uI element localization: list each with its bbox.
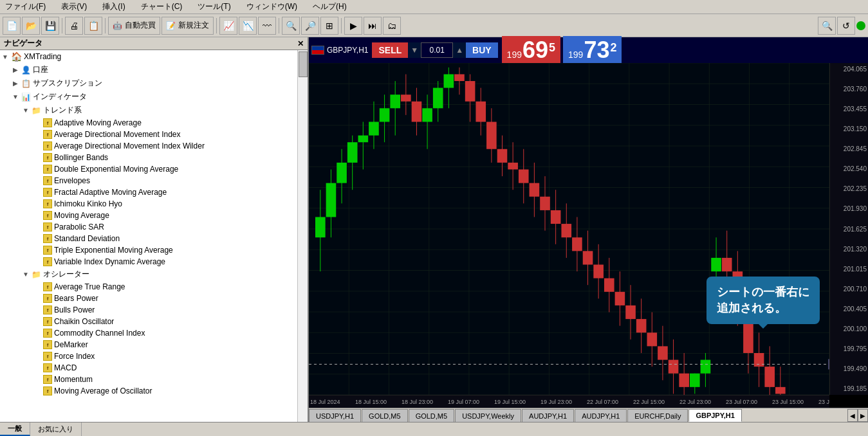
nav-scrollbar-thumb[interactable] [299, 51, 308, 77]
nav-root-xmtrading[interactable]: ▼ 🏠 XMTrading [0, 50, 308, 63]
menu-window[interactable]: ウィンドウ(W) [244, 0, 300, 14]
navigator-header: ナビゲータ ✕ [0, 37, 308, 50]
navigator-content[interactable]: ▼ 🏠 XMTrading ▶ 👤 口座 ▶ 📋 サブスクリプション ▼ 📊 イ… [0, 50, 308, 422]
spacer-admi [33, 131, 41, 138]
vida-label: Variable Index Dynamic Average [54, 257, 165, 266]
tab-gold-m5-2[interactable]: GOLD,M5 [409, 409, 455, 422]
menu-help[interactable]: ヘルプ(H) [310, 0, 349, 14]
chart-btn2[interactable]: 📉 [239, 17, 257, 35]
nav-item-bb[interactable]: f Bollinger Bands [0, 152, 308, 163]
cci-indicator-icon: f [43, 329, 52, 338]
menu-view[interactable]: 表示(V) [59, 0, 89, 14]
price-label-0: 204.065 [831, 66, 867, 73]
nav-item-ama[interactable]: f Adaptive Moving Average [0, 117, 308, 129]
sell-button[interactable]: SELL [372, 42, 408, 58]
nav-item-atr[interactable]: f Average True Range [0, 281, 308, 293]
nav-item-cci[interactable]: f Commodity Channel Index [0, 327, 308, 339]
tema-label: Triple Exponential Moving Average [54, 246, 173, 255]
menu-insert[interactable]: 挿入(I) [100, 0, 127, 14]
price-label-8: 201.625 [831, 226, 867, 233]
nav-item-macd[interactable]: f MACD [0, 362, 308, 374]
sell-price-main: 69 [522, 39, 548, 62]
menu-file[interactable]: ファイル(F) [3, 0, 48, 14]
frama-label: Fractal Adaptive Moving Average [54, 188, 167, 197]
menu-chart[interactable]: チャート(C) [138, 0, 185, 14]
grid-btn[interactable]: ⊞ [320, 17, 338, 35]
refresh-btn[interactable]: ↺ [837, 17, 855, 35]
nav-item-trend[interactable]: ▼ 📁 トレンド系 [0, 104, 308, 117]
nav-item-oscillator[interactable]: ▼ 📁 オシレーター [0, 268, 308, 281]
nav-item-ma[interactable]: f Moving Average [0, 210, 308, 221]
price-label-10: 201.015 [831, 266, 867, 273]
nav-item-chaikin[interactable]: f Chaikin Oscillator [0, 316, 308, 327]
nav-item-admi[interactable]: f Average Directional Movement Index [0, 129, 308, 140]
subscription-label: サブスクリプション [33, 78, 102, 89]
indicator-btn[interactable]: 🗂 [383, 17, 401, 35]
tab-audjpy-h1-2[interactable]: AUDJPY,H1 [575, 409, 627, 422]
zoom-out-btn[interactable]: 🔎 [301, 17, 319, 35]
arrow-left-btn[interactable]: ⏭ [364, 17, 382, 35]
tab-gbpjpy-h1[interactable]: GBPJPY,H1 [688, 409, 742, 422]
nav-item-bears[interactable]: f Bears Power [0, 293, 308, 304]
status-tab-general[interactable]: 一般 [0, 422, 30, 436]
spread-input[interactable] [421, 42, 453, 58]
nav-scrollbar[interactable] [297, 50, 308, 422]
status-tab-favorites[interactable]: お気に入り [30, 422, 82, 436]
tab-gold-m5-1[interactable]: GOLD,M5 [362, 409, 408, 422]
neworder-btn[interactable]: 📝 新規注文 [162, 17, 214, 35]
nav-item-momentum[interactable]: f Momentum [0, 374, 308, 385]
nav-item-tema[interactable]: f Triple Exponential Moving Average [0, 244, 308, 256]
bears-indicator-icon: f [43, 294, 52, 303]
print-btn[interactable]: 🖨 [65, 17, 83, 35]
nav-item-subscription[interactable]: ▶ 📋 サブスクリプション [0, 77, 308, 90]
nav-item-account[interactable]: ▶ 👤 口座 [0, 63, 308, 77]
autodeal-btn[interactable]: 🤖 自動売買 [108, 17, 160, 35]
tab-scroll-right[interactable]: ▶ [858, 409, 868, 422]
menu-bar: ファイル(F) 表示(V) 挿入(I) チャート(C) ツール(T) ウィンドウ… [0, 0, 868, 14]
nav-item-env[interactable]: f Envelopes [0, 175, 308, 186]
bb-indicator-icon: f [43, 153, 52, 162]
search-toolbar-btn[interactable]: 🔍 [818, 17, 836, 35]
arrow-right-btn[interactable]: ▶ [344, 17, 362, 35]
spacer-admiw [33, 142, 41, 150]
tab-usdjpy-h1[interactable]: USDJPY,H1 [309, 409, 361, 422]
vida-indicator-icon: f [43, 257, 52, 266]
nav-item-dema[interactable]: f Double Exponential Moving Average [0, 163, 308, 175]
ama-indicator-icon: f [43, 118, 52, 127]
date-0: 18 Jul 2024 [309, 399, 354, 405]
menu-tools[interactable]: ツール(T) [195, 0, 233, 14]
neworder-label: 新規注文 [178, 20, 209, 31]
chart-symbol-bar: GBPJPY,H1 [311, 46, 368, 55]
nav-item-frama[interactable]: f Fractal Adaptive Moving Average [0, 186, 308, 198]
chart-area[interactable]: 204.065 203.760 203.455 203.150 202.845 … [309, 63, 868, 408]
zoom-in-btn[interactable]: 🔍 [282, 17, 300, 35]
price-label-6: 202.235 [831, 185, 867, 192]
nav-item-indicator[interactable]: ▼ 📊 インディケータ [0, 90, 308, 104]
navigator-close-btn[interactable]: ✕ [297, 39, 304, 48]
price-label-14: 199.795 [831, 345, 867, 352]
chart-btn1[interactable]: 📈 [219, 17, 237, 35]
indicator-label: インディケータ [33, 91, 87, 102]
nav-item-demarker[interactable]: f DeMarker [0, 339, 308, 350]
sep1 [62, 18, 62, 33]
tab-scroll-left[interactable]: ◀ [847, 409, 858, 422]
buy-button[interactable]: BUY [466, 42, 498, 58]
copy-btn[interactable]: 📋 [84, 17, 102, 35]
tab-eurchf-daily[interactable]: EURCHF,Daily [627, 409, 688, 422]
nav-item-vida[interactable]: f Variable Index Dynamic Average [0, 256, 308, 268]
nav-item-osma[interactable]: f Moving Average of Oscillator [0, 385, 308, 397]
chart-flag [311, 46, 324, 55]
nav-item-bulls[interactable]: f Bulls Power [0, 304, 308, 316]
save-btn[interactable]: 💾 [41, 17, 59, 35]
tab-usdjpy-weekly[interactable]: USDJPY,Weekly [455, 409, 521, 422]
nav-item-ichi[interactable]: f Ichimoku Kinko Hyo [0, 198, 308, 210]
ichi-indicator-icon: f [43, 199, 52, 208]
nav-item-admiw[interactable]: f Average Directional Movement Index Wil… [0, 140, 308, 152]
chart-btn3[interactable]: 〰 [258, 17, 276, 35]
tab-audjpy-h1-1[interactable]: AUDJPY,H1 [522, 409, 574, 422]
open-btn[interactable]: 📂 [22, 17, 40, 35]
nav-item-psar[interactable]: f Parabolic SAR [0, 221, 308, 233]
nav-item-force[interactable]: f Force Index [0, 350, 308, 362]
new-btn[interactable]: 📄 [3, 17, 21, 35]
nav-item-sd[interactable]: f Standard Deviation [0, 233, 308, 244]
